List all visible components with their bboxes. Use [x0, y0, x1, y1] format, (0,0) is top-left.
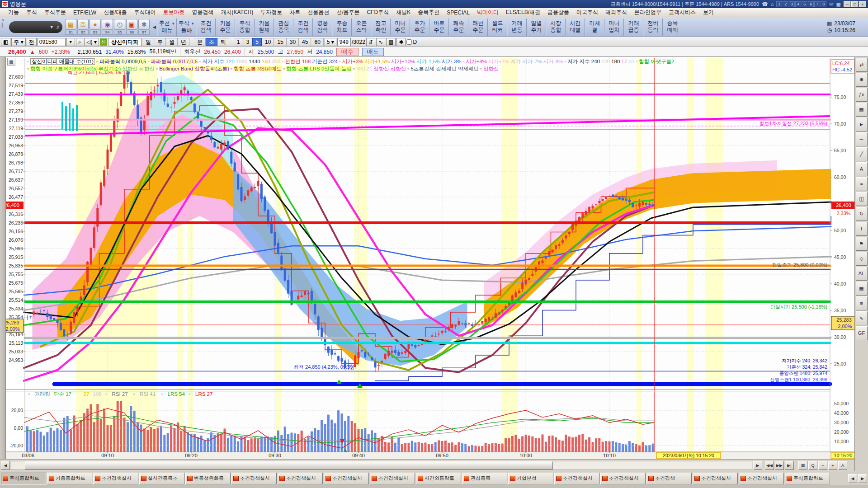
period-button[interactable]: 월: [166, 38, 178, 46]
sell-button[interactable]: 매도: [362, 48, 384, 56]
chart-grid-button[interactable]: ▦: [7, 58, 15, 66]
scrollbar-thumb[interactable]: [25, 461, 553, 469]
menu-item[interactable]: 영웅검색: [188, 9, 217, 16]
stock-name[interactable]: 상신이디피: [108, 38, 142, 46]
channel-number[interactable]: 1: [776, 1, 782, 7]
period-button[interactable]: 년: [178, 38, 189, 46]
icon-tab[interactable]: S3: [90, 30, 101, 35]
toolbar-button[interactable]: 거래변동: [507, 19, 527, 36]
search-input[interactable]: ▼ ⌕: [9, 21, 62, 33]
minimize-button[interactable]: ─: [844, 1, 851, 7]
channel-number[interactable]: 2: [783, 1, 788, 7]
menu-item[interactable]: 로보마켓: [159, 9, 188, 16]
toolbar-button[interactable]: 관심종목: [274, 19, 293, 36]
toolbar-button[interactable]: 주종차트: [332, 19, 352, 36]
d-checkbox[interactable]: [406, 39, 412, 45]
camera-icon[interactable]: ◉: [102, 19, 113, 30]
taskbar-tab[interactable]: 주식종합차트: [785, 473, 830, 484]
taskbar-tab[interactable]: 실시간종목조: [139, 473, 184, 484]
tick-button[interactable]: 1: [234, 38, 243, 46]
taskbar-tab[interactable]: 조건검색실시: [554, 473, 599, 484]
taskbar-tab[interactable]: 조건검색실시: [739, 473, 784, 484]
save-icon[interactable]: ▤: [65, 19, 76, 30]
save-chart-icon[interactable]: ▤: [386, 38, 396, 46]
icon-tab[interactable]: S1: [65, 30, 76, 35]
taskbar-tab[interactable]: 조건검색실시: [324, 473, 369, 484]
toolbar-button[interactable]: 쾌속주문: [449, 19, 468, 36]
menu-item[interactable]: 주식: [23, 9, 41, 16]
taskbar-tab[interactable]: 조건검색실시: [93, 473, 138, 484]
tick-button[interactable]: 5: [252, 38, 262, 46]
taskbar-nav-button[interactable]: ▶: [858, 474, 867, 483]
taskbar-tab[interactable]: 조건검색실시: [693, 473, 738, 484]
toolbar-button[interactable]: 시간대별: [566, 19, 585, 36]
zoom-tool-button[interactable]: Q: [808, 461, 817, 470]
scroll-nav-button[interactable]: ◀◀: [765, 461, 774, 470]
grid-icon[interactable]: ▦: [836, 1, 841, 7]
cursor-icon[interactable]: ►: [856, 117, 868, 131]
toolbar-close-button[interactable]: ×▌: [0, 18, 6, 36]
wave-tool-icon[interactable]: ∿: [856, 311, 868, 325]
taskbar-tab[interactable]: 시간외등락률: [416, 473, 461, 484]
panel-toggle-icon[interactable]: ◧: [1, 38, 10, 46]
scroll-nav-button[interactable]: ▶|: [785, 461, 794, 470]
erase-all-icon[interactable]: AL: [856, 267, 868, 281]
candle-pattern-icon[interactable]: ◫: [856, 192, 868, 206]
icon-tab[interactable]: S4: [102, 30, 113, 35]
toolbar-button[interactable]: 종목매매: [663, 19, 682, 36]
add-line-icon[interactable]: ∿: [376, 38, 385, 46]
auto-trendline-icon[interactable]: A: [856, 162, 868, 176]
toolbar-button[interactable]: 오픈스탁: [352, 19, 371, 36]
mode-button[interactable]: 초: [206, 38, 217, 46]
taskbar-tab[interactable]: 조건검색실시: [231, 473, 277, 484]
toolbar-button[interactable]: 주식종합: [235, 19, 255, 36]
toolbar-button[interactable]: 거래급증: [624, 19, 643, 36]
toolbar-button[interactable]: 키움현재: [255, 19, 274, 36]
menu-item[interactable]: 선물옵션: [304, 9, 333, 16]
menu-item[interactable]: 기능: [5, 9, 23, 16]
gf-tool-icon[interactable]: GF: [856, 326, 868, 340]
menu-item[interactable]: 온라인업무: [631, 9, 665, 16]
tick-button[interactable]: 10: [262, 38, 274, 46]
taskbar-tab[interactable]: 조건검색: [646, 473, 692, 484]
taskbar-tab[interactable]: 주식종합차트: [1, 473, 46, 484]
flag-tool-icon[interactable]: ⚑: [856, 237, 868, 251]
speaker-icon[interactable]: ◁) ▾: [84, 38, 99, 46]
menu-item[interactable]: 미국주식: [573, 9, 602, 16]
period-button[interactable]: 일: [142, 38, 154, 46]
clock-icon[interactable]: ◷: [114, 19, 125, 30]
taskbar-tab[interactable]: 변동성완화종: [185, 473, 231, 484]
view-select[interactable]: 주 ▾: [11, 38, 25, 46]
toolbar-button[interactable]: 시장종합: [546, 19, 566, 36]
channel-number[interactable]: 7: [814, 1, 820, 7]
scroll-left-button[interactable]: ◀: [1, 461, 10, 470]
menu-item[interactable]: 종목추천: [414, 9, 443, 16]
toolbar-button[interactable]: 쾌천주문: [468, 19, 488, 36]
icon-tab[interactable]: S5: [114, 30, 125, 35]
price-chart[interactable]: 전일종가 25,800 (0,00%)당일시가 25,500 (-1,16%)횡…: [0, 57, 854, 459]
phone-icon[interactable]: ☎: [762, 1, 768, 7]
restore-button[interactable]: □: [851, 1, 859, 7]
zoom-tool-button[interactable]: ▦: [798, 461, 807, 470]
tick-button[interactable]: 45: [299, 38, 311, 46]
toolbar-button[interactable]: 호가주문: [410, 19, 429, 36]
menu-item[interactable]: 차트: [286, 9, 304, 16]
segment-tool-icon[interactable]: ─: [856, 132, 868, 146]
chart-settings-icon[interactable]: ✱: [396, 38, 406, 46]
tick-button[interactable]: 30: [287, 38, 299, 46]
home-icon[interactable]: ⌂: [771, 1, 774, 7]
mode-button[interactable]: 분: [194, 38, 206, 46]
search-icon[interactable]: ⌕: [57, 23, 60, 31]
menu-item[interactable]: ELS/ELB/채권: [502, 9, 544, 16]
menu-item[interactable]: CFD주식: [363, 9, 393, 16]
menu-item[interactable]: 캐치(KATCH): [217, 9, 257, 16]
toolbar-button[interactable]: 미체결: [585, 19, 604, 36]
icon-tab[interactable]: S2: [77, 30, 89, 35]
buy-button[interactable]: 매수: [336, 48, 359, 56]
taskbar-tab[interactable]: 키움종합차트: [47, 473, 92, 484]
toolbar-button[interactable]: 잔고확인: [371, 19, 391, 36]
taskbar-nav-button[interactable]: ◀: [848, 474, 857, 483]
taskbar-tab[interactable]: 조건검색실시: [370, 473, 415, 484]
channel-number[interactable]: 8: [821, 1, 826, 7]
toolbar-button[interactable]: 월드티커: [488, 19, 507, 36]
